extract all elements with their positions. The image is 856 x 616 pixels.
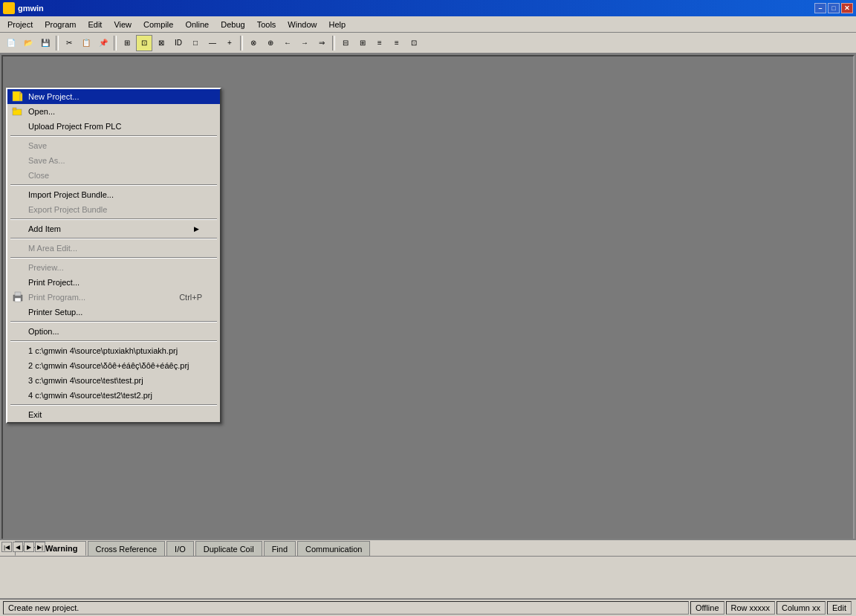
tb-cut[interactable]: ✂ xyxy=(61,35,77,51)
svg-rect-4 xyxy=(13,108,16,110)
menu-item-window[interactable]: Window xyxy=(282,19,322,30)
status-message: Create new project. xyxy=(3,601,689,615)
menu-upload[interactable]: Upload Project From PLC xyxy=(7,119,220,134)
tb-btn1[interactable]: ⊞ xyxy=(119,35,135,51)
menu-recent3[interactable]: 3 c:\gmwin 4\source\test\test.prj xyxy=(7,373,220,388)
sep2 xyxy=(10,184,217,186)
sep3 xyxy=(10,218,217,220)
tb-btn14[interactable]: ⊞ xyxy=(354,35,371,51)
menu-item-project[interactable]: Project xyxy=(1,19,39,30)
status-offline: Offline xyxy=(690,601,724,615)
menu-recent1[interactable]: 1 c:\gmwin 4\source\ptuxiakh\ptuxiakh.pr… xyxy=(7,343,220,358)
tab-communication[interactable]: Communication xyxy=(297,541,370,556)
tb-btn2[interactable]: ⊡ xyxy=(136,35,152,51)
menu-item-edit[interactable]: Edit xyxy=(82,19,108,30)
tab-nav-controls: |◀ ◀ ▶ ▶| xyxy=(1,542,45,552)
tb-btn10[interactable]: ← xyxy=(279,35,296,51)
tb-btn6[interactable]: — xyxy=(204,35,221,51)
tb-btn7[interactable]: + xyxy=(221,35,238,51)
tb-open[interactable]: 📂 xyxy=(20,35,36,51)
menu-item-view[interactable]: View xyxy=(108,19,137,30)
menu-item-program[interactable]: Program xyxy=(39,19,82,30)
menu-close[interactable]: Close xyxy=(7,168,220,183)
menu-print-project[interactable]: Print Project... xyxy=(7,275,220,290)
tb-btn4[interactable]: ID xyxy=(170,35,187,51)
sep4 xyxy=(10,238,217,239)
tb-sep3 xyxy=(240,36,243,51)
menu-save[interactable]: Save xyxy=(7,138,220,153)
tb-new[interactable]: 📄 xyxy=(3,35,19,51)
tab-duplicate-coil[interactable]: Duplicate Coil xyxy=(195,541,262,556)
menu-item-compile[interactable]: Compile xyxy=(137,19,179,30)
maximize-button[interactable]: □ xyxy=(828,3,840,13)
toolbar: 📄 📂 💾 ✂ 📋 📌 ⊞ ⊡ ⊠ ID □ — + ⊗ ⊕ ← → ⇒ ⊟ ⊞… xyxy=(0,33,856,54)
tb-btn11[interactable]: → xyxy=(296,35,313,51)
tb-btn12[interactable]: ⇒ xyxy=(314,35,330,51)
sep5 xyxy=(10,257,217,259)
tb-btn8[interactable]: ⊗ xyxy=(245,35,262,51)
menu-bar: Project Program Edit View Compile Online… xyxy=(0,16,856,33)
tab-content xyxy=(0,557,856,583)
svg-marker-1 xyxy=(20,91,22,94)
menu-item-help[interactable]: Help xyxy=(322,19,351,30)
menu-save-as[interactable]: Save As... xyxy=(7,153,220,168)
svg-rect-0 xyxy=(13,91,20,101)
menu-recent4[interactable]: 4 c:\gmwin 4\source\test2\test2.prj xyxy=(7,388,220,403)
tb-btn3[interactable]: ⊠ xyxy=(153,35,169,51)
tab-nav-last[interactable]: ▶| xyxy=(35,542,45,552)
open-icon xyxy=(10,104,25,119)
status-bar: Create new project. Offline Row xxxxx Co… xyxy=(0,598,856,616)
minimize-button[interactable]: – xyxy=(814,3,826,13)
bottom-panel: |◀ ◀ ▶ ▶| Error/Warning Cross Reference … xyxy=(0,539,856,598)
menu-preview[interactable]: Preview... xyxy=(7,260,220,275)
tab-nav-prev[interactable]: ◀ xyxy=(13,542,23,552)
title-bar: gmwin – □ ✕ xyxy=(0,0,856,16)
tb-sep4 xyxy=(332,36,335,51)
tb-save[interactable]: 💾 xyxy=(37,35,54,51)
menu-printer-setup[interactable]: Printer Setup... xyxy=(7,305,220,320)
tab-nav-first[interactable]: |◀ xyxy=(1,542,12,552)
tb-btn9[interactable]: ⊕ xyxy=(262,35,279,51)
svg-rect-2 xyxy=(20,94,22,101)
tab-cross-reference[interactable]: Cross Reference xyxy=(88,541,166,556)
tb-btn16[interactable]: ≡ xyxy=(389,35,405,51)
tb-btn5[interactable]: □ xyxy=(187,35,204,51)
svg-rect-7 xyxy=(15,298,21,302)
tb-sep2 xyxy=(114,36,117,51)
tb-btn13[interactable]: ⊟ xyxy=(337,35,354,51)
sep7 xyxy=(10,340,217,342)
title-text: gmwin xyxy=(18,4,814,13)
menu-item-debug[interactable]: Debug xyxy=(215,19,250,30)
sep1 xyxy=(10,135,217,137)
menu-print-program[interactable]: Print Program... Ctrl+P xyxy=(7,290,220,305)
menu-open[interactable]: Open... xyxy=(7,104,220,119)
tb-paste[interactable]: 📌 xyxy=(95,35,111,51)
tb-btn15[interactable]: ≡ xyxy=(372,35,388,51)
menu-import[interactable]: Import Project Bundle... xyxy=(7,187,220,202)
project-dropdown-menu: New Project... Open... Upload Project Fr… xyxy=(6,88,221,424)
close-button[interactable]: ✕ xyxy=(841,3,853,13)
menu-new-project[interactable]: New Project... xyxy=(7,89,220,104)
menu-exit[interactable]: Exit xyxy=(7,407,220,422)
menu-option[interactable]: Option... xyxy=(7,324,220,339)
tab-io[interactable]: I/O xyxy=(166,541,194,556)
menu-item-tools[interactable]: Tools xyxy=(251,19,282,30)
svg-rect-6 xyxy=(15,292,21,296)
tb-sep1 xyxy=(56,36,59,51)
app-icon xyxy=(3,2,15,14)
menu-item-online[interactable]: Online xyxy=(179,19,215,30)
window-controls: – □ ✕ xyxy=(814,3,853,13)
print-icon xyxy=(10,290,25,305)
new-project-icon xyxy=(10,89,25,104)
sep8 xyxy=(10,404,217,406)
tab-find[interactable]: Find xyxy=(264,541,296,556)
tb-btn17[interactable]: ⊡ xyxy=(406,35,422,51)
status-mode: Edit xyxy=(827,601,852,615)
sep6 xyxy=(10,321,217,322)
menu-export[interactable]: Export Project Bundle xyxy=(7,202,220,217)
tb-copy[interactable]: 📋 xyxy=(78,35,94,51)
tab-nav-next[interactable]: ▶ xyxy=(24,542,34,552)
menu-recent2[interactable]: 2 c:\gmwin 4\source\δôê+éáêç\δôê+éáêç.pr… xyxy=(7,358,220,373)
menu-add-item[interactable]: Add Item ▶ xyxy=(7,221,220,236)
menu-m-area[interactable]: M Area Edit... xyxy=(7,241,220,256)
